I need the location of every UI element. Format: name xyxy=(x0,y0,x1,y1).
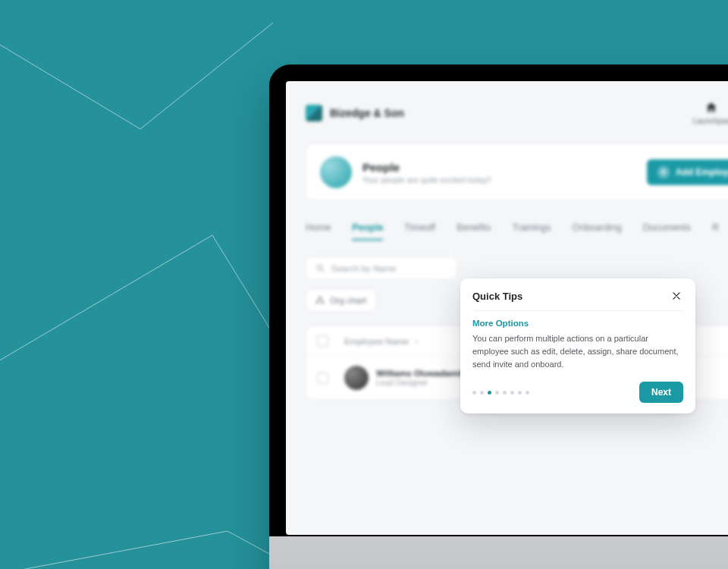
brand[interactable]: Bizedge & Son xyxy=(306,105,404,121)
tab-benefits[interactable]: Benefits xyxy=(457,218,491,240)
page-subtitle: Your people are quite excited today!! xyxy=(362,175,491,184)
tab-onboarding[interactable]: Onboarding xyxy=(572,218,621,240)
search-placeholder: Search by Name xyxy=(331,264,397,273)
app-header: Bizedge & Son Launchpad A xyxy=(306,96,728,130)
launchpad-button[interactable]: Launchpad xyxy=(693,101,729,125)
quick-tips-title: Quick Tips xyxy=(472,291,522,302)
step-dot[interactable] xyxy=(518,391,522,395)
tab-timeoff[interactable]: Timeoff xyxy=(404,218,435,240)
add-employee-button[interactable]: + Add Employee xyxy=(647,159,728,185)
home-icon xyxy=(704,101,718,115)
close-icon xyxy=(671,291,682,301)
launchpad-label: Launchpad xyxy=(693,117,729,125)
people-hero-card: People Your people are quite excited tod… xyxy=(306,143,728,201)
step-dot[interactable] xyxy=(526,391,529,395)
brand-name: Bizedge & Son xyxy=(330,107,404,119)
mockup-backdrop: Bizedge & Son Launchpad A xyxy=(0,0,728,569)
add-employee-label: Add Employee xyxy=(676,167,728,178)
svg-rect-4 xyxy=(316,302,318,304)
tab-documents[interactable]: Documents xyxy=(643,218,691,240)
tab-home[interactable]: Home xyxy=(306,218,331,240)
monitor-chin xyxy=(269,536,728,569)
tab-trainings[interactable]: Trainings xyxy=(513,218,551,240)
step-dots xyxy=(472,391,529,395)
row-checkbox[interactable] xyxy=(317,373,328,384)
step-dot[interactable] xyxy=(510,391,514,395)
avatar xyxy=(344,366,369,390)
svg-rect-3 xyxy=(319,297,322,299)
search-input[interactable]: Search by Name xyxy=(306,256,457,280)
close-button[interactable] xyxy=(670,289,683,303)
brand-logo-icon xyxy=(306,105,322,121)
people-hero-icon xyxy=(320,156,352,188)
plus-icon: + xyxy=(657,166,670,178)
org-chart-icon xyxy=(315,296,325,305)
screen: Bizedge & Son Launchpad A xyxy=(286,81,728,535)
step-dot[interactable] xyxy=(495,391,499,395)
step-dot[interactable] xyxy=(480,391,484,395)
quick-tips-body: You can perform multiple actions on a pa… xyxy=(472,332,683,371)
step-dot[interactable] xyxy=(503,391,507,395)
toolbar: Search by Name xyxy=(306,256,728,280)
tab-r[interactable]: R xyxy=(712,218,719,240)
app-root: Bizedge & Son Launchpad A xyxy=(286,81,728,535)
quick-tips-subhead: More Options xyxy=(472,319,683,328)
monitor-frame: Bizedge & Son Launchpad A xyxy=(269,64,728,569)
header-actions: Launchpad A xyxy=(693,101,729,125)
svg-rect-5 xyxy=(322,302,324,304)
svg-point-1 xyxy=(317,265,322,270)
page-title: People xyxy=(362,161,491,174)
tab-people[interactable]: People xyxy=(352,218,383,240)
tabs: HomePeopleTimeoffBenefitsTrainingsOnboar… xyxy=(306,218,728,241)
sort-icon xyxy=(413,338,420,344)
svg-line-2 xyxy=(322,269,324,272)
search-icon xyxy=(315,263,325,273)
step-dot[interactable] xyxy=(488,391,491,395)
next-button[interactable]: Next xyxy=(639,382,683,403)
org-chart-label: Org chart xyxy=(330,296,366,305)
quick-tips-popover: Quick Tips More Options You can perform … xyxy=(460,278,695,413)
step-dot[interactable] xyxy=(472,391,476,395)
org-chart-button[interactable]: Org chart xyxy=(306,289,376,312)
select-all-checkbox[interactable] xyxy=(317,335,328,347)
